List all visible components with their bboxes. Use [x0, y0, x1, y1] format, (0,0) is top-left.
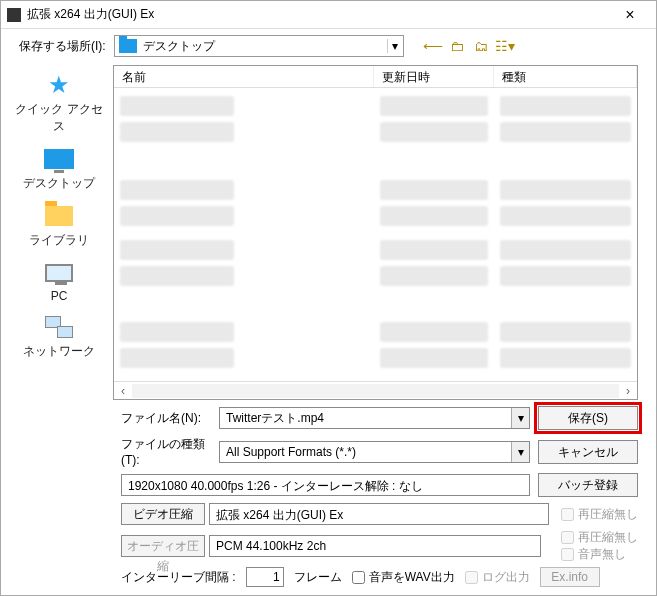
- filename-label: ファイル名(N):: [121, 410, 211, 427]
- monitor-icon: [44, 149, 74, 169]
- folder-icon: [119, 39, 137, 53]
- location-dropdown[interactable]: デスクトップ ▾: [114, 35, 404, 57]
- chevron-down-icon[interactable]: ▾: [387, 39, 403, 53]
- col-type[interactable]: 種類: [494, 66, 637, 87]
- video-codec-value: 拡張 x264 出力(GUI) Ex: [209, 503, 549, 525]
- new-folder-icon[interactable]: 🗂: [472, 37, 490, 55]
- sidebar-item-desktop[interactable]: デスクトップ: [13, 145, 105, 192]
- sidebar-item-libraries[interactable]: ライブラリ: [13, 202, 105, 249]
- filetype-label: ファイルの種類(T):: [121, 436, 211, 467]
- file-list-body[interactable]: [114, 88, 637, 381]
- log-output-checkbox: ログ出力: [465, 569, 530, 586]
- scroll-track[interactable]: [132, 384, 619, 398]
- window-title: 拡張 x264 出力(GUI) Ex: [27, 6, 610, 23]
- exinfo-button[interactable]: Ex.info: [540, 567, 600, 587]
- scroll-left-icon[interactable]: ‹: [114, 384, 132, 398]
- view-menu-icon[interactable]: ☷▾: [496, 37, 514, 55]
- places-sidebar: ★ クイック アクセス デスクトップ ライブラリ PC ネットワーク: [13, 65, 105, 400]
- audio-none: 音声無し: [561, 546, 638, 563]
- save-location-label: 保存する場所(I):: [19, 38, 106, 55]
- filetype-value: All Support Formats (*.*): [220, 442, 511, 462]
- filename-input[interactable]: ▾: [219, 407, 530, 429]
- video-info-line: 1920x1080 40.000fps 1:26 - インターレース解除 : な…: [121, 474, 530, 496]
- app-icon: [7, 8, 21, 22]
- audio-compress-button: オーディオ圧縮: [121, 535, 205, 557]
- interleave-unit: フレーム: [294, 569, 342, 586]
- toolbar: 保存する場所(I): デスクトップ ▾ ⟵ 🗀 🗂 ☷▾: [1, 29, 656, 63]
- network-icon: [45, 316, 73, 338]
- file-list: 名前 更新日時 種類: [113, 65, 638, 400]
- audio-codec-value: PCM 44.100kHz 2ch: [209, 535, 541, 557]
- folder-icon: [45, 206, 73, 226]
- audio-no-recompress: 再圧縮無し: [561, 529, 638, 546]
- star-icon: ★: [48, 71, 70, 99]
- close-icon[interactable]: ×: [610, 6, 650, 24]
- interleave-label: インターリーブ間隔 :: [121, 569, 236, 586]
- location-text: デスクトップ: [141, 38, 387, 55]
- save-button[interactable]: 保存(S): [538, 406, 638, 430]
- up-folder-icon[interactable]: 🗀: [448, 37, 466, 55]
- video-no-recompress: 再圧縮無し: [561, 506, 638, 523]
- chevron-down-icon[interactable]: ▾: [511, 442, 529, 462]
- column-headers: 名前 更新日時 種類: [114, 66, 637, 88]
- sidebar-item-quickaccess[interactable]: ★ クイック アクセス: [13, 71, 105, 135]
- cancel-button[interactable]: キャンセル: [538, 440, 638, 464]
- nav-icons: ⟵ 🗀 🗂 ☷▾: [424, 37, 514, 55]
- back-icon[interactable]: ⟵: [424, 37, 442, 55]
- wav-output-checkbox[interactable]: 音声をWAV出力: [352, 569, 455, 586]
- col-name[interactable]: 名前: [114, 66, 374, 87]
- filename-field[interactable]: [220, 408, 511, 428]
- filetype-dropdown[interactable]: All Support Formats (*.*) ▾: [219, 441, 530, 463]
- pc-icon: [45, 264, 73, 282]
- titlebar: 拡張 x264 出力(GUI) Ex ×: [1, 1, 656, 29]
- sidebar-item-network[interactable]: ネットワーク: [13, 313, 105, 360]
- chevron-down-icon[interactable]: ▾: [511, 408, 529, 428]
- sidebar-item-pc[interactable]: PC: [13, 259, 105, 303]
- col-date[interactable]: 更新日時: [374, 66, 494, 87]
- hscrollbar[interactable]: ‹ ›: [114, 381, 637, 399]
- batch-register-button[interactable]: バッチ登録: [538, 473, 638, 497]
- interleave-value[interactable]: [246, 567, 284, 587]
- scroll-right-icon[interactable]: ›: [619, 384, 637, 398]
- video-compress-button[interactable]: ビデオ圧縮: [121, 503, 205, 525]
